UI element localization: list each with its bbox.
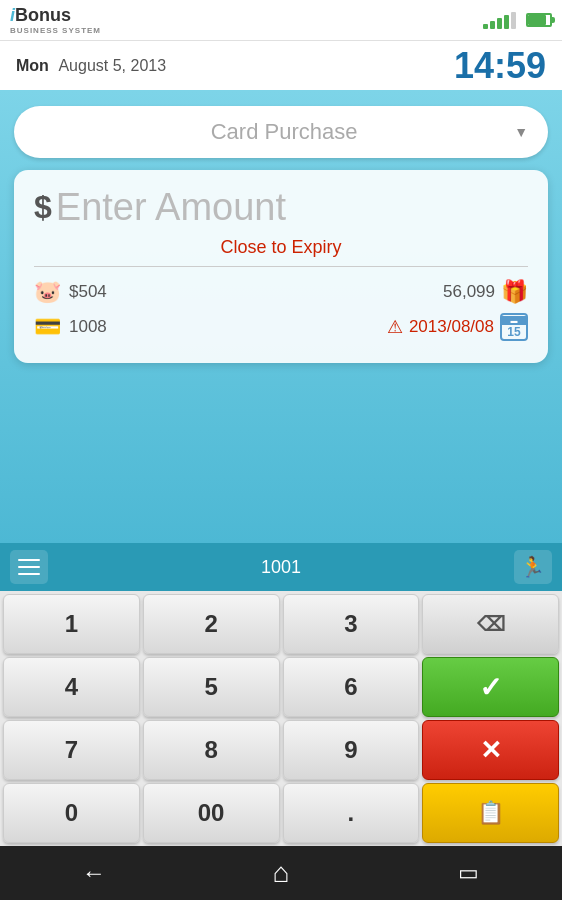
balance-amount: $504 [69,282,107,302]
card-panel: $ Enter Amount Close to Expiry 🐷 $504 56… [14,170,548,363]
back-button[interactable]: ← [64,853,124,893]
calendar-icon: ▬ 15 [500,313,528,341]
piggy-bank-icon: 🐷 [34,279,61,305]
run-icon: 🏃 [520,555,545,579]
key-9[interactable]: 9 [283,720,420,780]
app-logo: iBonus BUSINESS SYSTEM [10,5,101,35]
menu-icon [18,559,40,561]
main-content: Card Purchase ▼ $ Enter Amount Close to … [0,90,562,543]
key-dot[interactable]: . [283,783,420,843]
key-2[interactable]: 2 [143,594,280,654]
card-purchase-dropdown[interactable]: Card Purchase ▼ [14,106,548,158]
home-icon: ⌂ [273,857,290,889]
expiry-warning: Close to Expiry [34,237,528,258]
chevron-down-icon: ▼ [514,124,528,140]
document-icon: 📋 [477,800,504,826]
card-number-info: 💳 1008 [34,314,107,340]
key-1[interactable]: 1 [3,594,140,654]
checkmark-icon: ✓ [479,671,502,704]
recents-icon: ▭ [458,860,479,886]
key-4[interactable]: 4 [3,657,140,717]
key-7[interactable]: 7 [3,720,140,780]
card-number-row: 💳 1008 ⚠ 2013/08/08 ▬ 15 [34,313,528,341]
currency-symbol: $ [34,189,52,226]
nav-bar: ← ⌂ ▭ [0,846,562,900]
status-bar: iBonus BUSINESS SYSTEM [0,0,562,40]
full-date: August 5, 2013 [58,57,166,74]
balance-info: 🐷 $504 [34,279,107,305]
day-label: Mon [16,57,49,74]
function-button[interactable]: 📋 [422,783,559,843]
credit-card-icon: 💳 [34,314,61,340]
recents-button[interactable]: ▭ [438,853,498,893]
key-3[interactable]: 3 [283,594,420,654]
menu-button[interactable] [10,550,48,584]
terminal-id: 1001 [261,557,301,578]
battery-icon [526,13,552,27]
key-0[interactable]: 0 [3,783,140,843]
keypad: 1 2 3 ⌫ 4 5 6 ✓ 7 8 9 ✕ 0 00 . 📋 [0,591,562,846]
points-info: 56,099 🎁 [443,279,528,305]
time-display: 14:59 [454,45,546,87]
key-5[interactable]: 5 [143,657,280,717]
run-button[interactable]: 🏃 [514,550,552,584]
x-icon: ✕ [480,735,502,766]
back-icon: ← [82,859,106,887]
gift-icon: 🎁 [501,279,528,305]
backspace-icon: ⌫ [477,612,505,636]
dropdown-label: Card Purchase [54,119,514,145]
numpad-bar: 1001 🏃 [0,543,562,591]
expiry-date-info: ⚠ 2013/08/08 ▬ 15 [387,313,528,341]
amount-placeholder: Enter Amount [56,186,286,229]
status-icons [483,12,552,29]
points-amount: 56,099 [443,282,495,302]
balance-row: 🐷 $504 56,099 🎁 [34,279,528,305]
key-8[interactable]: 8 [143,720,280,780]
key-00[interactable]: 00 [143,783,280,843]
signal-icon [483,12,516,29]
confirm-button[interactable]: ✓ [422,657,559,717]
key-6[interactable]: 6 [283,657,420,717]
date-display: Mon August 5, 2013 [16,57,166,75]
warning-icon: ⚠ [387,316,403,338]
home-button[interactable]: ⌂ [251,853,311,893]
menu-icon-line2 [18,566,40,568]
divider [34,266,528,267]
cancel-button[interactable]: ✕ [422,720,559,780]
card-number: 1008 [69,317,107,337]
amount-input-area[interactable]: $ Enter Amount [34,186,528,229]
backspace-button[interactable]: ⌫ [422,594,559,654]
datetime-bar: Mon August 5, 2013 14:59 [0,40,562,90]
menu-icon-line3 [18,573,40,575]
expiry-date: 2013/08/08 [409,317,494,337]
